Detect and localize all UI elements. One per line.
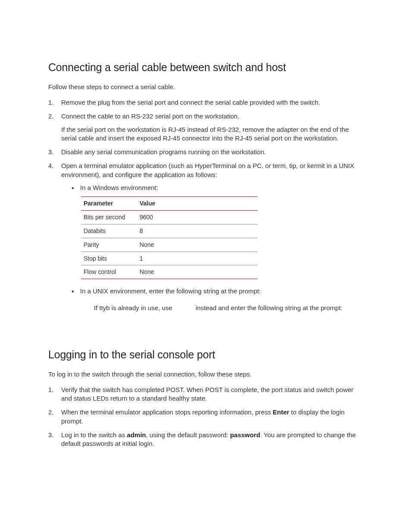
env-bullets: In a Windows environment: Parameter Valu… <box>61 184 366 312</box>
bold-password: password <box>230 431 260 439</box>
table-row: Bits per second 9600 <box>81 210 258 224</box>
bullet-text: In a UNIX environment, enter the followi… <box>80 287 261 295</box>
table-row: Parity None <box>81 238 258 252</box>
intro-2: To log in to the switch through the seri… <box>48 370 366 379</box>
table-row: Flow control None <box>81 265 258 279</box>
step-2b: When the terminal emulator application s… <box>48 408 366 426</box>
bullet-unix: In a UNIX environment, enter the followi… <box>72 287 366 312</box>
intro-1: Follow these steps to connect a serial c… <box>48 83 366 91</box>
step-text-b: , using the default password: <box>146 431 230 439</box>
unix-note-gap <box>174 304 194 311</box>
unix-note-a: If ttyb is already in use, use <box>94 304 174 311</box>
step-2: Connect the cable to an RS-232 serial po… <box>48 112 366 143</box>
step-1: Remove the plug from the serial port and… <box>48 98 366 107</box>
step-2-note: If the serial port on the workstation is… <box>61 125 366 143</box>
cell-param: Databits <box>81 224 137 238</box>
params-table: Parameter Value Bits per second 9600 Dat… <box>81 196 258 279</box>
step-3b: Log in to the switch as admin, using the… <box>48 431 366 448</box>
cell-value: 1 <box>137 252 258 265</box>
bold-admin: admin <box>127 431 146 439</box>
steps-list-1: Remove the plug from the serial port and… <box>48 98 366 312</box>
cell-param: Stop bits <box>81 252 137 265</box>
step-text: Open a terminal emulator application (su… <box>61 162 354 178</box>
step-3: Disable any serial communication program… <box>48 148 366 156</box>
step-text-a: When the terminal emulator application s… <box>61 408 273 416</box>
table-row: Databits 8 <box>81 224 258 238</box>
bullet-text: In a Windows environment: <box>80 184 158 191</box>
unix-note-b: instead and enter the following string a… <box>196 304 342 311</box>
cell-param: Flow control <box>81 265 137 279</box>
bullet-windows: In a Windows environment: Parameter Valu… <box>72 184 366 280</box>
unix-note: If ttyb is already in use, use instead a… <box>80 304 366 312</box>
cell-param: Bits per second <box>81 210 137 224</box>
table-row: Stop bits 1 <box>81 252 258 265</box>
step-text: Remove the plug from the serial port and… <box>61 99 320 106</box>
cell-value: 9600 <box>137 210 258 224</box>
step-text: Verify that the switch has completed POS… <box>61 386 353 402</box>
bold-enter: Enter <box>273 408 289 416</box>
cell-value: None <box>137 238 258 252</box>
heading-logging: Logging in to the serial console port <box>48 348 366 362</box>
step-text: Disable any serial communication program… <box>61 148 266 156</box>
step-text: Connect the cable to an RS-232 serial po… <box>61 112 240 120</box>
th-value: Value <box>137 197 258 211</box>
cell-value: 8 <box>137 224 258 238</box>
step-1b: Verify that the switch has completed POS… <box>48 386 366 403</box>
section-spacer <box>48 318 366 348</box>
step-text-a: Log in to the switch as <box>61 431 127 439</box>
heading-connecting: Connecting a serial cable between switch… <box>48 60 366 75</box>
cell-param: Parity <box>81 238 137 252</box>
th-parameter: Parameter <box>81 197 137 211</box>
step-4: Open a terminal emulator application (su… <box>48 162 366 312</box>
cell-value: None <box>137 265 258 279</box>
steps-list-2: Verify that the switch has completed POS… <box>48 386 366 448</box>
